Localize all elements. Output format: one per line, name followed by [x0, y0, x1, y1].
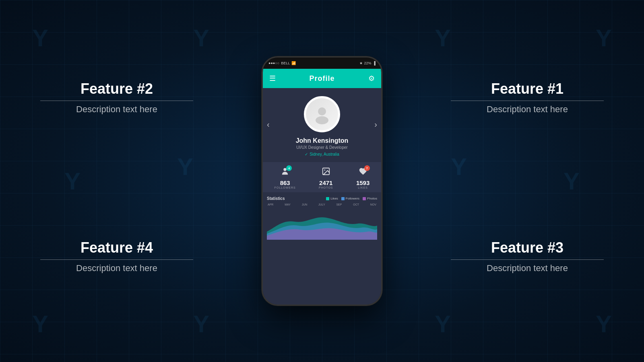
watermark-3: Y	[435, 24, 451, 52]
avatar-container	[304, 96, 340, 132]
month-oct: OCT	[353, 203, 359, 206]
legend-likes-dot	[326, 197, 329, 200]
profile-job-title: UI/UX Designer & Developer	[296, 145, 347, 150]
carrier-name: BELL	[281, 61, 290, 65]
profile-section: ‹ › John Kensington	[263, 88, 381, 160]
signal-dots: ●●●○○	[268, 61, 279, 65]
status-left: ●●●○○ BELL 📶	[268, 61, 296, 65]
legend-photos-label: Photos	[367, 197, 377, 200]
stat-likes[interactable]: 7 1593 LIKES	[356, 167, 369, 189]
legend-likes-label: Likes	[330, 197, 338, 200]
watermark-6: Y	[193, 310, 209, 338]
location-check-icon: ✓	[305, 152, 308, 156]
feature-4-divider	[40, 259, 193, 260]
legend-followers-label: Followers	[346, 197, 359, 200]
followers-icon-wrap: 4	[281, 167, 289, 178]
bluetooth-icon: ★	[359, 61, 363, 65]
feature-4-title: Feature #4	[40, 239, 193, 256]
legend-followers-dot	[341, 197, 345, 200]
likes-icon-wrap: 7	[359, 167, 367, 178]
watermark-12: Y	[451, 153, 467, 181]
watermark-4: Y	[596, 24, 612, 52]
feature-3-desc: Description text here	[451, 263, 604, 274]
feature-2-title: Feature #2	[40, 80, 193, 97]
photos-icon	[322, 169, 330, 177]
feature-4-desc: Description text here	[40, 263, 193, 274]
feature-4: Feature #4 Description text here	[40, 239, 193, 274]
chart-section: Statistics Likes Followers	[263, 192, 381, 304]
followers-label: FOLLOWERS	[275, 186, 296, 189]
chart-legend: Likes Followers Photos	[326, 197, 377, 200]
month-jun: JUN	[302, 203, 308, 206]
feature-1: Feature #1 Description text here	[451, 80, 604, 115]
legend-photos-dot	[363, 197, 366, 200]
location-text: Sidney, Australia	[310, 152, 339, 156]
month-apr: APR	[268, 203, 273, 206]
month-sep: SEP	[336, 203, 342, 206]
prev-arrow[interactable]: ‹	[267, 120, 270, 129]
user-avatar-svg	[312, 104, 332, 124]
next-arrow[interactable]: ›	[374, 120, 377, 129]
app-header: ☰ Profile ⚙	[263, 69, 381, 88]
likes-label: LIKES	[358, 186, 368, 189]
chart-months: APR MAY JUN JULY SEP OCT NOV	[267, 203, 377, 206]
stat-followers[interactable]: 4 863 FOLLOWERS	[275, 167, 296, 189]
watermark-11: Y	[177, 153, 193, 181]
feature-3-title: Feature #3	[451, 239, 604, 256]
profile-location: ✓ Sidney, Australia	[305, 152, 339, 156]
photos-label: PHOTOS	[319, 186, 333, 189]
phone-frame: ●●●○○ BELL 📶 ★ 22% ▐ ☰ Profile ⚙	[262, 56, 382, 306]
stats-section: 4 863 FOLLOWERS	[263, 162, 381, 192]
status-bar: ●●●○○ BELL 📶 ★ 22% ▐	[263, 58, 381, 69]
legend-likes: Likes	[326, 197, 338, 200]
watermark-8: Y	[596, 310, 612, 338]
status-right: ★ 22% ▐	[359, 61, 376, 65]
photos-icon-wrap	[322, 167, 330, 178]
watermark-2: Y	[193, 24, 209, 52]
profile-name: John Kensington	[296, 137, 349, 144]
svg-point-4	[324, 169, 325, 171]
followers-badge: 4	[286, 165, 292, 171]
chart-svg	[267, 208, 377, 240]
battery-icon: ▐	[373, 61, 376, 65]
phone-screen: ●●●○○ BELL 📶 ★ 22% ▐ ☰ Profile ⚙	[263, 58, 381, 304]
photos-count: 2471	[319, 179, 332, 186]
svg-point-0	[318, 107, 326, 115]
legend-photos: Photos	[363, 197, 377, 200]
stat-photos[interactable]: 2471 PHOTOS	[319, 167, 333, 189]
header-title: Profile	[309, 74, 334, 83]
feature-1-desc: Description text here	[451, 104, 604, 115]
watermark-5: Y	[32, 310, 48, 338]
month-july: JULY	[318, 203, 325, 206]
watermark-1: Y	[32, 24, 48, 52]
feature-3-divider	[451, 259, 604, 260]
month-nov: NOV	[370, 203, 376, 206]
settings-icon[interactable]: ⚙	[368, 74, 375, 83]
watermark-9: Y	[64, 167, 80, 195]
legend-followers: Followers	[341, 197, 359, 200]
battery-level: 22%	[364, 61, 372, 65]
feature-3: Feature #3 Description text here	[451, 239, 604, 274]
feature-1-divider	[451, 101, 604, 101]
feature-2-divider	[40, 101, 193, 101]
avatar	[306, 98, 338, 130]
chart-header: Statistics Likes Followers	[267, 196, 377, 201]
likes-count: 1593	[356, 179, 369, 186]
feature-2: Feature #2 Description text here	[40, 80, 193, 115]
menu-icon[interactable]: ☰	[269, 75, 276, 82]
likes-badge: 7	[364, 165, 370, 171]
month-may: MAY	[285, 203, 291, 206]
page-wrapper: Y Y Y Y Y Y Y Y Y Y Y Y Feature #2 Descr…	[0, 0, 644, 362]
followers-count: 863	[280, 179, 290, 186]
feature-1-title: Feature #1	[451, 80, 604, 97]
watermark-7: Y	[435, 310, 451, 338]
wifi-icon: 📶	[291, 61, 296, 65]
chart-title: Statistics	[267, 196, 285, 201]
app-body: ‹ › John Kensington	[263, 88, 381, 304]
svg-point-1	[316, 116, 328, 124]
phone-mockup: ●●●○○ BELL 📶 ★ 22% ▐ ☰ Profile ⚙	[262, 56, 382, 306]
chart-area	[267, 208, 377, 240]
watermark-10: Y	[564, 167, 580, 195]
feature-2-desc: Description text here	[40, 104, 193, 115]
